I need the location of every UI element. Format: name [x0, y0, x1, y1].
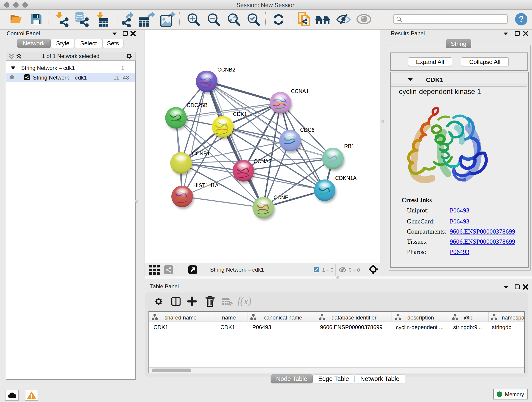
svg-text:CDC25B: CDC25B: [187, 102, 208, 108]
svg-text:HIST1H1A: HIST1H1A: [193, 182, 219, 188]
svg-text:CDC6: CDC6: [300, 127, 315, 133]
svg-text:CCNB2: CCNB2: [217, 67, 235, 73]
svg-text:CCNA2: CCNA2: [254, 158, 272, 164]
svg-text:CDKN1A: CDKN1A: [335, 175, 357, 181]
svg-text:CCNE1: CCNE1: [273, 195, 291, 201]
svg-text:CCNA1: CCNA1: [291, 88, 309, 94]
svg-text:CCNB1: CCNB1: [192, 151, 210, 157]
svg-text:RB1: RB1: [344, 143, 355, 149]
svg-text:CDK1: CDK1: [233, 111, 247, 117]
